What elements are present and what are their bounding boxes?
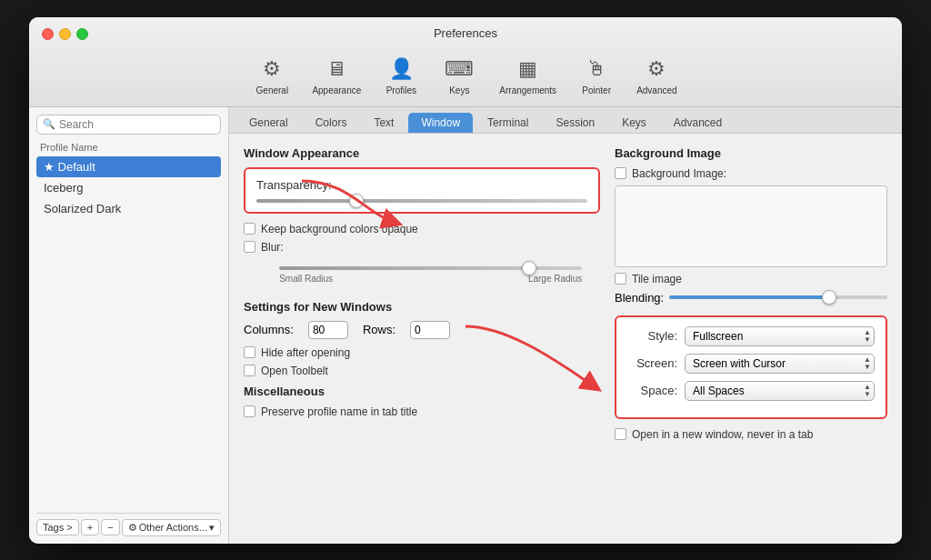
transparency-label: Transparency: [256,178,332,192]
bg-image-label: Background Image: [632,167,726,180]
remove-profile-button[interactable]: − [101,519,119,535]
pointer-icon: 🖱 [582,55,611,84]
blur-labels: Small Radius Large Radius [279,274,582,284]
blur-slider-container[interactable] [244,266,600,270]
toolbar-item-advanced[interactable]: ⚙ Advanced [627,51,686,99]
sidebar: 🔍 Profile Name ★ Default Iceberg Solariz… [29,107,229,544]
keep-bg-opaque-label: Keep background colors opaque [261,223,418,235]
screen-label: Screen: [627,356,677,370]
transparency-slider[interactable] [256,199,587,203]
toolbar-label-pointer: Pointer [582,85,611,95]
toolbar-label-general: General [256,85,289,95]
misc-section: Miscellaneous Preserve profile name in t… [244,385,600,418]
transparency-slider-container[interactable] [256,199,587,203]
blending-slider[interactable] [669,295,887,299]
bg-image-row[interactable]: Background Image: [615,167,887,180]
blur-large-label: Large Radius [528,274,582,284]
toolbar-item-general[interactable]: ⚙ General [245,51,299,99]
appearance-icon: 🖥 [322,55,351,84]
blur-checkbox[interactable] [244,241,255,253]
search-box[interactable]: 🔍 [36,115,221,135]
blur-section: Small Radius Large Radius [244,259,600,291]
open-toolbelt-checkbox[interactable] [244,365,255,376]
blur-row: Blur: [244,241,600,254]
columns-row: Columns: 80 Rows: 0 [244,321,600,339]
blur-slider[interactable] [279,266,582,270]
toolbar-item-pointer[interactable]: 🖱 Pointer [569,51,624,99]
blur-label: Blur: [261,241,284,254]
style-select[interactable]: Normal Fullscreen Maximized No Title Bar [685,326,875,346]
blur-slider-thumb [522,261,536,275]
tab-text[interactable]: Text [361,113,406,133]
tile-image-label: Tile image [632,273,682,285]
blur-small-label: Small Radius [279,274,333,284]
open-new-window-row[interactable]: Open in a new window, never in a tab [615,428,887,441]
space-row: Space: All Spaces Current Space ▲▼ [627,381,875,401]
style-dropdown-wrapper[interactable]: Normal Fullscreen Maximized No Title Bar… [685,326,875,346]
preserve-profile-label: Preserve profile name in tab title [261,405,417,418]
toolbar-item-keys[interactable]: ⌨ Keys [432,51,486,99]
toolbar-label-arrangements: Arrangements [499,85,556,95]
preferences-window: Preferences ⚙ General 🖥 Appearance 👤 Pro… [29,17,902,544]
keep-bg-opaque-checkbox[interactable] [244,223,255,235]
profile-item-default[interactable]: ★ Default [36,156,221,177]
tab-colors[interactable]: Colors [303,113,360,133]
misc-title: Miscellaneous [244,385,600,398]
tab-advanced[interactable]: Advanced [661,113,735,133]
left-column: Window Appearance Transparency: [244,146,600,531]
tab-terminal[interactable]: Terminal [475,113,541,133]
preserve-profile-checkbox[interactable] [244,405,255,417]
style-label: Style: [627,329,677,343]
tile-image-checkbox[interactable] [615,273,626,285]
screen-row: Screen: Screen with Cursor Main Screen S… [627,354,875,374]
open-new-window-label: Open in a new window, never in a tab [632,428,813,441]
hide-after-opening-checkbox[interactable] [244,346,255,358]
space-select[interactable]: All Spaces Current Space [685,381,875,401]
keys-icon: ⌨ [445,55,474,84]
space-dropdown-wrapper[interactable]: All Spaces Current Space ▲▼ [685,381,875,401]
tile-image-row[interactable]: Tile image [615,273,887,285]
traffic-lights [42,28,88,40]
bg-image-checkbox[interactable] [615,167,626,179]
search-icon: 🔍 [43,118,55,130]
profile-item-iceberg[interactable]: Iceberg [36,177,221,198]
style-screen-space-box: Style: Normal Fullscreen Maximized No Ti… [615,315,887,419]
transparency-box: Transparency: [244,167,600,214]
advanced-icon: ⚙ [642,55,671,84]
toolbar-item-appearance[interactable]: 🖥 Appearance [303,51,370,99]
open-new-window-checkbox[interactable] [615,428,626,440]
keep-bg-opaque-row[interactable]: Keep background colors opaque [244,223,600,235]
add-profile-button[interactable]: + [81,519,99,535]
minimize-button[interactable] [59,28,71,40]
appearance-section-title: Window Appearance [244,146,600,160]
other-actions-button[interactable]: ⚙ Other Actions... ▾ [122,519,221,536]
search-input[interactable] [59,118,215,131]
screen-dropdown-wrapper[interactable]: Screen with Cursor Main Screen Screen 1 … [685,354,875,374]
screen-select[interactable]: Screen with Cursor Main Screen Screen 1 … [685,354,875,374]
preserve-profile-row[interactable]: Preserve profile name in tab title [244,405,600,418]
toolbar-item-profiles[interactable]: 👤 Profiles [374,51,428,99]
columns-input[interactable]: 80 [308,321,348,339]
tab-general[interactable]: General [236,113,301,133]
toolbar: ⚙ General 🖥 Appearance 👤 Profiles ⌨ Keys… [230,47,700,106]
tab-window[interactable]: Window [408,113,473,133]
rows-label: Rows: [363,323,395,336]
other-actions-label: Other Actions... [139,522,207,533]
arrangements-icon: ▦ [514,55,543,84]
bg-image-section: Background Image Background Image: Tile … [615,146,887,305]
hide-after-opening-row[interactable]: Hide after opening [244,346,600,359]
maximize-button[interactable] [76,28,88,40]
profile-item-solarized[interactable]: Solarized Dark [36,198,221,219]
rows-input[interactable]: 0 [410,321,450,339]
tab-keys[interactable]: Keys [609,113,659,133]
blending-slider-thumb [822,290,836,305]
toolbar-item-arrangements[interactable]: ▦ Arrangements [490,51,566,99]
profiles-icon: 👤 [386,55,415,84]
close-button[interactable] [42,28,54,40]
tab-session[interactable]: Session [543,113,607,133]
titlebar: Preferences ⚙ General 🖥 Appearance 👤 Pro… [29,17,902,107]
tags-button[interactable]: Tags > [36,519,79,535]
hide-after-opening-label: Hide after opening [261,346,350,359]
new-windows-section: Settings for New Windows Columns: 80 Row… [244,300,600,377]
open-toolbelt-row[interactable]: Open Toolbelt [244,365,600,377]
